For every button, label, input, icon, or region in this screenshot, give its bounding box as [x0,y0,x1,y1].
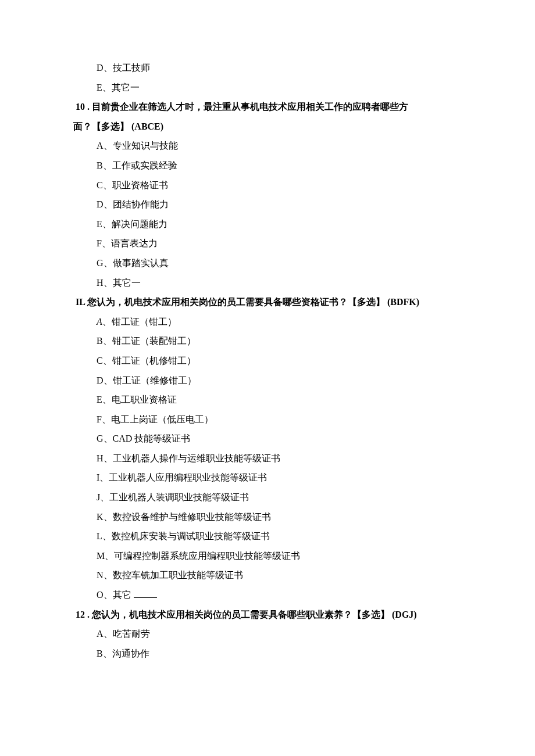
q11-option-e: E、电工职业资格证 [76,390,459,410]
q10-option-e: E、解决问题能力 [76,214,459,234]
q11-option-k: K、数控设备维护与维修职业技能等级证书 [76,507,459,527]
q10-option-d: D、团结协作能力 [76,195,459,214]
q11-option-m: M、可编程控制器系统应用编程职业技能等级证书 [76,546,459,566]
q10-option-h: H、其它一 [76,273,459,293]
q11-option-h: H、工业机器人操作与运维职业技能等级证书 [76,449,459,468]
q10-option-c: C、职业资格证书 [76,175,459,195]
q12-option-a: A、吃苦耐劳 [76,624,459,644]
question-11: IL 您认为，机电技术应用相关岗位的员工需要具备哪些资格证书？【多选】 (BDF… [76,292,459,312]
q10-option-a: A、专业知识与技能 [76,136,459,156]
q11-option-a-rest: 、钳工证（钳工） [102,317,177,327]
q11-option-c: C、钳工证（机修钳工） [76,351,459,371]
question-10-line1: 10 . 目前贵企业在筛选人才时，最注重从事机电技术应用相关工作的应聘者哪些方 [76,97,459,117]
q11-option-a-prefix: A [97,317,102,327]
q11-option-l: L、数控机床安装与调试职业技能等级证书 [76,526,459,546]
q11-option-g: G、CAD 技能等级证书 [76,429,459,449]
q10-option-g: G、做事踏实认真 [76,253,459,273]
question-10-line2: 面？【多选】 (ABCE) [73,117,459,137]
q10-option-f: F、语言表达力 [76,234,459,253]
q10-option-b: B、工作或实践经验 [76,156,459,175]
q11-option-o: O、其它 [76,585,459,605]
q12-option-b: B、沟通协作 [76,644,459,664]
orphan-option-d: D、技工技师 [76,58,459,78]
q11-option-b: B、钳工证（装配钳工） [76,331,459,351]
q11-option-a: A、钳工证（钳工） [76,312,459,332]
blank-line [134,590,157,598]
orphan-option-e: E、其它一 [76,78,459,98]
q11-option-f: F、电工上岗证（低压电工） [76,410,459,429]
question-12: 12 . 您认为，机电技术应用相关岗位的员工需要具备哪些职业素养？【多选】 (D… [76,605,459,625]
q11-option-n: N、数控车铣加工职业技能等级证书 [76,565,459,585]
q11-option-o-text: O、其它 [97,590,131,600]
q11-option-j: J、工业机器人装调职业技能等级证书 [76,488,459,507]
q11-option-d: D、钳工证（维修钳工） [76,371,459,390]
q11-option-i: I、工业机器人应用编程职业技能等级证书 [76,468,459,488]
